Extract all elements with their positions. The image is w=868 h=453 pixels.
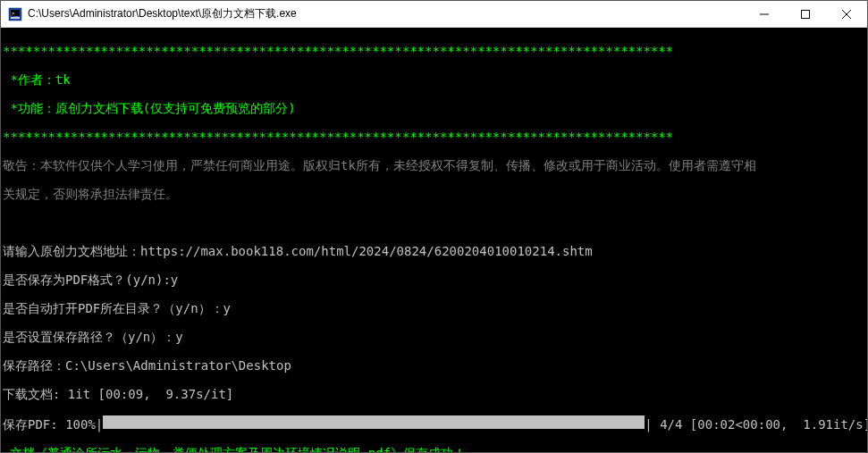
save-path-line: 保存路径：C:\Users\Administrator\Desktop <box>3 358 865 373</box>
progress-line: 保存PDF: 100%|| 4/4 [00:02<00:00, 1.91it/s… <box>3 415 865 432</box>
disclaimer-line-2: 关规定，否则将承担法律责任。 <box>3 187 865 201</box>
progress-bar-fill <box>103 415 645 429</box>
url-prompt-line: 请输入原创力文档地址：https://max.book118.com/html/… <box>3 244 865 258</box>
download-label: 下载文档: <box>3 387 68 401</box>
path-prompt-label: 是否设置保存路径？（y/n）： <box>3 330 175 344</box>
minimize-button[interactable] <box>744 1 785 27</box>
close-button[interactable] <box>826 1 867 27</box>
separator-line: ****************************************… <box>3 130 865 144</box>
titlebar[interactable]: >_ C:\Users\Administrator\Desktop\text\原… <box>1 1 867 28</box>
function-line: *功能：原创力文档下载(仅支持可免费预览的部分) <box>3 101 865 115</box>
svg-text:>_: >_ <box>12 10 19 17</box>
svg-rect-5 <box>802 10 810 18</box>
path-prompt-line: 是否设置保存路径？（y/n）：y <box>3 330 865 344</box>
open-prompt-label: 是否自动打开PDF所在目录？（y/n）： <box>3 301 223 315</box>
author-line: *作者：tk <box>3 72 865 87</box>
open-prompt-line: 是否自动打开PDF所在目录？（y/n）：y <box>3 301 865 315</box>
progress-label: 保存PDF: 100%| <box>3 417 103 432</box>
window-controls <box>744 1 867 27</box>
save-path-value: C:\Users\Administrator\Desktop <box>65 358 291 373</box>
success-doc-line: 文档《普通诊所污水、污物、粪便处理方案及周边环境情况说明.pdf》保存成功！ <box>3 446 865 452</box>
save-path-label: 保存路径： <box>3 358 65 373</box>
maximize-button[interactable] <box>785 1 826 27</box>
pdf-prompt-label: 是否保存为PDF格式？(y/n): <box>3 273 171 287</box>
download-line: 下载文档: 1it [00:09, 9.37s/it] <box>3 387 865 401</box>
pdf-prompt-line: 是否保存为PDF格式？(y/n):y <box>3 273 865 287</box>
download-stats: 1it [00:09, 9.37s/it] <box>68 387 233 401</box>
url-prompt-label: 请输入原创力文档地址： <box>3 244 140 258</box>
window-title: C:\Users\Administrator\Desktop\text\原创力文… <box>28 6 744 21</box>
open-prompt-answer: y <box>223 301 231 315</box>
pdf-prompt-answer: y <box>171 273 178 287</box>
svg-rect-3 <box>11 17 20 19</box>
terminal-output[interactable]: ****************************************… <box>1 28 867 452</box>
blank-line <box>3 215 865 230</box>
app-window: >_ C:\Users\Administrator\Desktop\text\原… <box>0 0 868 453</box>
app-icon: >_ <box>8 7 22 21</box>
disclaimer-line-1: 敬告：本软件仅供个人学习使用，严禁任何商业用途。版权归tk所有，未经授权不得复制… <box>3 158 865 172</box>
separator-line: ****************************************… <box>3 44 865 58</box>
progress-suffix: | 4/4 [00:02<00:00, 1.91it/s] <box>645 417 867 432</box>
path-prompt-answer: y <box>175 330 182 344</box>
url-input-value: https://max.book118.com/html/2024/0824/6… <box>140 244 593 258</box>
